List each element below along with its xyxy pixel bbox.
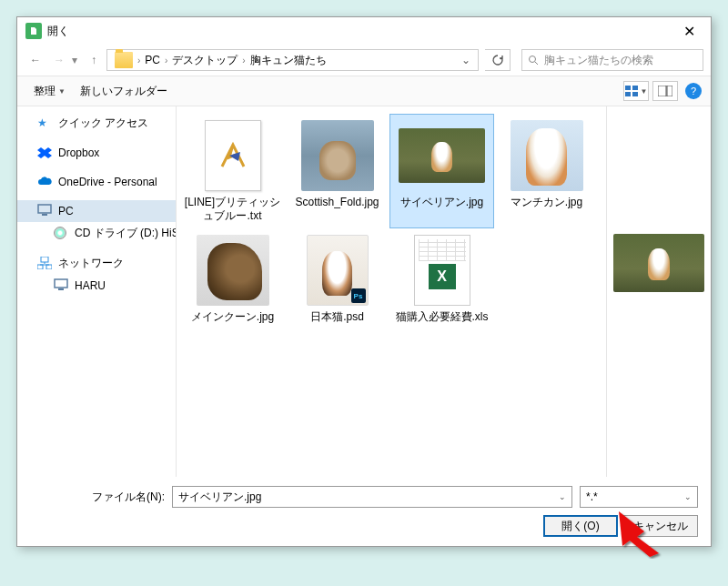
footer: ファイル名(N): サイベリアン.jpg ⌄ *.* ⌄ 開く(O) キャンセル (17, 477, 711, 548)
pc-icon (37, 204, 52, 218)
file-item[interactable]: マンチカン.jpg (494, 114, 599, 228)
preview-pane (606, 106, 711, 477)
crumb-folder[interactable]: 胸キュン猫たち (247, 53, 330, 68)
svg-rect-10 (41, 257, 48, 262)
breadcrumb[interactable]: › PC › デスクトップ › 胸キュン猫たち ⌄ (106, 49, 479, 71)
navbar: ← → ▾ ↑ › PC › デスクトップ › 胸キュン猫たち ⌄ 胸キュン猫た… (17, 45, 711, 76)
photoshop-badge-icon: Ps (351, 288, 366, 303)
image-thumbnail: Ps (307, 235, 369, 306)
svg-rect-6 (658, 86, 666, 96)
chevron-right-icon: › (242, 56, 245, 66)
svg-rect-3 (632, 86, 638, 90)
file-name: マンチカン.jpg (511, 196, 582, 209)
chevron-right-icon: › (165, 56, 167, 66)
crumb-desktop[interactable]: デスクトップ (168, 53, 241, 68)
file-item-selected[interactable]: サイベリアン.jpg (389, 114, 494, 228)
file-name: 日本猫.psd (310, 310, 364, 324)
open-button[interactable]: 開く(O) (543, 515, 618, 537)
svg-rect-8 (38, 205, 51, 213)
svg-rect-15 (55, 279, 67, 288)
image-thumbnail (399, 128, 485, 183)
file-name: メインクーン.jpg (191, 310, 274, 324)
sidebar-item-network[interactable]: ネットワーク (17, 252, 176, 275)
excel-file-icon: X (414, 235, 470, 306)
close-button[interactable]: ✕ (671, 19, 707, 43)
file-type-filter[interactable]: *.* ⌄ (580, 486, 698, 508)
file-item[interactable]: X 猫購入必要経費.xls (389, 228, 494, 329)
up-button[interactable]: ↑ (83, 49, 105, 71)
network-icon (37, 257, 52, 271)
cloud-icon (37, 175, 52, 189)
breadcrumb-dropdown[interactable]: ⌄ (458, 54, 474, 66)
file-item[interactable]: Scottish_Fold.jpg (285, 114, 389, 228)
file-item[interactable]: [LINE]ブリティッシュブルー.txt (180, 114, 285, 228)
sidebar-item-cd-drive[interactable]: CD ドライブ (D:) HiSuite (17, 222, 176, 245)
cancel-button[interactable]: キャンセル (623, 515, 698, 537)
new-folder-button[interactable]: 新しいフォルダー (73, 80, 175, 103)
preview-image (613, 234, 704, 292)
svg-rect-9 (42, 214, 47, 216)
file-name: [LINE]ブリティッシュブルー.txt (184, 196, 282, 223)
sidebar-item-quick-access[interactable]: ★クイック アクセス (17, 112, 176, 135)
chevron-right-icon: › (137, 56, 140, 66)
cd-icon (54, 227, 68, 241)
star-icon: ★ (37, 116, 52, 131)
preview-pane-button[interactable] (652, 81, 678, 101)
search-placeholder: 胸キュン猫たちの検索 (544, 53, 653, 68)
back-button[interactable]: ← (25, 49, 46, 71)
svg-rect-7 (667, 86, 672, 96)
svg-rect-11 (37, 265, 43, 269)
chevron-down-icon[interactable]: ⌄ (559, 492, 566, 501)
file-name: Scottish_Fold.jpg (295, 196, 379, 209)
file-name: 猫購入必要経費.xls (396, 310, 489, 324)
dropbox-icon (37, 146, 52, 160)
file-name: サイベリアン.jpg (400, 196, 483, 209)
app-icon (25, 23, 42, 39)
search-icon (528, 55, 539, 66)
filename-input[interactable]: サイベリアン.jpg ⌄ (172, 486, 572, 508)
dialog-title: 開く (47, 24, 671, 39)
svg-point-0 (530, 56, 536, 63)
refresh-button[interactable] (485, 49, 511, 71)
svg-rect-4 (625, 92, 631, 96)
sidebar-item-pc[interactable]: PC (17, 200, 176, 222)
svg-line-1 (535, 62, 538, 65)
folder-icon (115, 52, 133, 68)
dialog-body: ★クイック アクセス Dropbox OneDrive - Personal P… (17, 106, 711, 477)
image-thumbnail (197, 235, 269, 306)
sidebar-item-dropbox[interactable]: Dropbox (17, 142, 176, 164)
history-dropdown[interactable]: ▾ (72, 54, 81, 66)
toolbar: 整理▼ 新しいフォルダー ▼ ? (17, 76, 711, 106)
chevron-down-icon[interactable]: ⌄ (684, 492, 692, 501)
svg-rect-12 (46, 265, 52, 269)
sidebar-item-haru[interactable]: HARU (17, 275, 176, 297)
text-file-icon (205, 120, 261, 191)
sidebar-item-onedrive[interactable]: OneDrive - Personal (17, 171, 176, 193)
svg-rect-16 (58, 288, 64, 290)
sidebar: ★クイック アクセス Dropbox OneDrive - Personal P… (17, 106, 177, 477)
filename-label: ファイル名(N): (30, 490, 165, 505)
image-thumbnail (301, 120, 374, 191)
view-mode-button[interactable]: ▼ (623, 81, 649, 101)
titlebar: 開く ✕ (17, 17, 711, 45)
image-thumbnail (511, 120, 583, 191)
file-list[interactable]: [LINE]ブリティッシュブルー.txt Scottish_Fold.jpg サ… (177, 106, 606, 477)
svg-rect-5 (632, 92, 638, 96)
forward-button[interactable]: → (48, 49, 70, 71)
svg-rect-2 (625, 86, 631, 90)
help-button[interactable]: ? (685, 83, 702, 99)
search-input[interactable]: 胸キュン猫たちの検索 (521, 49, 703, 71)
monitor-icon (54, 278, 68, 293)
organize-menu[interactable]: 整理▼ (26, 80, 73, 103)
file-item[interactable]: Ps 日本猫.psd (285, 228, 389, 329)
crumb-pc[interactable]: PC (141, 54, 164, 66)
open-dialog: 開く ✕ ← → ▾ ↑ › PC › デスクトップ › 胸キュン猫たち ⌄ 胸… (16, 16, 712, 547)
file-item[interactable]: メインクーン.jpg (180, 228, 285, 329)
content-area: [LINE]ブリティッシュブルー.txt Scottish_Fold.jpg サ… (177, 106, 711, 477)
